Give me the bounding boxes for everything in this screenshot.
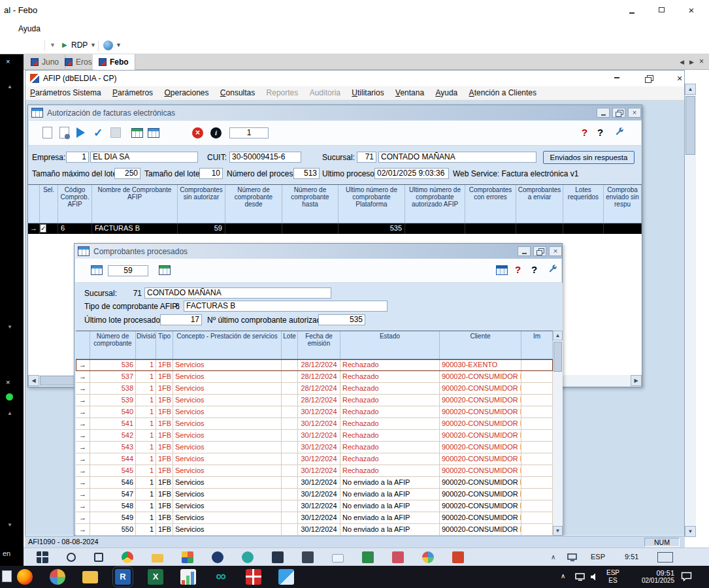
child-minimize-button[interactable] — [518, 246, 531, 256]
taskbar-doc-icon[interactable] — [2, 570, 12, 582]
edge-icon[interactable] — [212, 551, 223, 563]
empresa-code-field[interactable]: 1 — [66, 152, 89, 163]
autorizacion-titlebar[interactable]: Autorización de facturas electrónicas — [28, 105, 642, 120]
comprobantes-titlebar[interactable]: Comprobantes procesados — [74, 244, 562, 259]
minimize-button[interactable] — [618, 0, 646, 20]
cuit-field[interactable]: 30-50009415-6 — [229, 152, 301, 163]
afip-titlebar[interactable]: AFIP (dbELDIA - CP) × — [25, 71, 684, 86]
infinity-app-icon[interactable]: ∞ — [213, 569, 229, 585]
document-properties-icon[interactable] — [59, 127, 69, 139]
task-view-icon[interactable] — [94, 553, 103, 562]
panel-scroll-up-icon[interactable]: ▲ — [7, 84, 12, 90]
afip-minimize-button[interactable] — [608, 72, 625, 84]
remote-clock[interactable]: 9:51 — [625, 553, 638, 561]
comprobante-row[interactable]: →54711FBServicios30/12/2024No enviado a … — [76, 489, 553, 500]
comprobante-row[interactable]: →54011FBServicios30/12/2024Rechazado9000… — [76, 406, 553, 418]
sucursal-code-field[interactable]: 71 — [357, 152, 376, 163]
erp-app-icon[interactable]: R — [115, 569, 131, 585]
export-grid-icon[interactable] — [148, 128, 159, 138]
menu-consultas[interactable]: Consultas — [216, 86, 259, 99]
panel-close-icon-2[interactable]: × — [6, 378, 10, 386]
table-icon[interactable] — [496, 265, 508, 275]
comprobante-row[interactable]: →53611FBServicios28/12/2024Rechazado9000… — [76, 359, 553, 371]
panel-scroll-up-icon-2[interactable]: ▲ — [7, 410, 12, 416]
rdp-label[interactable]: RDP — [71, 41, 88, 50]
panel-close-icon[interactable]: × — [6, 57, 10, 65]
record-counter-field[interactable]: 59 — [108, 265, 148, 276]
scroll-up-icon[interactable]: ▲ — [685, 84, 696, 95]
globe-dropdown-icon[interactable]: ▼ — [116, 42, 122, 48]
afip-close-button[interactable]: × — [671, 72, 688, 84]
checkbox-checked-icon[interactable]: ✓ — [40, 224, 46, 233]
empresa-name-field[interactable]: EL DIA SA — [90, 152, 198, 163]
scroll-thumb[interactable] — [553, 342, 562, 372]
rdp-dropdown-icon[interactable]: ▼ — [90, 42, 96, 48]
tray-volume-icon[interactable] — [590, 572, 599, 581]
file-explorer-icon[interactable] — [82, 571, 98, 583]
tray-chevron-icon[interactable]: ∧ — [551, 553, 555, 561]
tools-icon[interactable] — [614, 127, 625, 137]
comprobante-row[interactable]: →54111FBServicios30/12/2024Rechazado9000… — [76, 418, 553, 430]
mail-icon[interactable] — [332, 554, 344, 563]
scroll-left-icon[interactable]: ◀ — [28, 375, 39, 386]
comprobante-row[interactable]: →53711FBServicios28/12/2024Rechazado9000… — [76, 371, 553, 383]
lote-field[interactable]: 10 — [199, 168, 223, 179]
lote-max-field[interactable]: 250 — [114, 168, 140, 179]
comprobante-row[interactable]: →54411FBServicios30/12/2024Rechazado9000… — [76, 453, 553, 465]
menu-atencion-clientes[interactable]: Atención a Clientes — [465, 86, 541, 99]
grid-app-icon[interactable] — [246, 569, 261, 585]
chart-app-icon[interactable] — [180, 569, 196, 585]
comprobante-row[interactable]: →54511FBServicios30/12/2024Rechazado9000… — [76, 465, 553, 477]
language-indicator[interactable]: ESP ES — [606, 569, 619, 585]
search-icon[interactable] — [67, 553, 76, 562]
comprobante-row[interactable]: →54611FBServicios30/12/2024No enviado a … — [76, 477, 553, 489]
help-context-icon[interactable]: ? — [582, 127, 587, 138]
calendar-icon[interactable] — [362, 551, 374, 563]
help-icon[interactable]: ? — [531, 264, 537, 275]
ultimo-proceso-field[interactable]: 02/01/2025 9:03:36 — [374, 168, 449, 179]
tab-febo[interactable]: Febo — [93, 54, 135, 70]
comprobante-row[interactable]: →54311FBServicios30/12/2024Rechazado9000… — [76, 442, 553, 453]
session-vscrollbar[interactable]: ▲ ▼ — [685, 84, 696, 537]
design-app-icon[interactable] — [50, 569, 65, 585]
enviados-sin-respuesta-button[interactable]: Enviados sin respuesta — [543, 151, 635, 164]
menu-operaciones[interactable]: Operaciones — [159, 86, 213, 99]
comprobante-row[interactable]: →53911FBServicios28/12/2024Rechazado9000… — [76, 395, 553, 406]
comprobante-row[interactable]: →54911FBServicios30/12/2024No enviado a … — [76, 512, 553, 524]
photos-icon[interactable] — [182, 551, 193, 563]
sucursal-name-field[interactable]: CONTADO MAÑANA — [144, 287, 331, 299]
ultimo-comprobante-field[interactable]: 535 — [318, 314, 365, 325]
info-icon[interactable]: i — [210, 127, 222, 139]
connect-icon[interactable]: ▶ — [62, 41, 67, 48]
tray-chevron-icon[interactable]: ∧ — [561, 572, 565, 580]
clock[interactable]: 09:51 02/01/2025 — [626, 569, 674, 585]
chrome-icon[interactable] — [122, 551, 133, 563]
grid-view-icon[interactable] — [159, 265, 171, 275]
camera-app-icon[interactable] — [242, 551, 254, 563]
scroll-down-icon[interactable]: ▼ — [553, 526, 563, 536]
sel-cell[interactable]: ✓ — [40, 223, 58, 234]
menu-ayuda[interactable]: Ayuda — [431, 86, 462, 99]
comprobante-row[interactable]: →54811FBServicios30/12/2024No enviado a … — [76, 500, 553, 512]
comprobante-row[interactable]: →54211FBServicios30/12/2024Rechazado9000… — [76, 430, 553, 442]
child-restore-button[interactable] — [533, 246, 546, 256]
close-button[interactable]: × — [677, 0, 706, 20]
export-grid-icon[interactable] — [91, 265, 103, 275]
menu-utilitarios[interactable]: Utilitarios — [347, 86, 388, 99]
panel-scroll-down-icon[interactable]: ▼ — [7, 324, 12, 330]
panel-scroll-down-icon-2[interactable]: ▼ — [7, 522, 12, 528]
app-icon-red[interactable] — [452, 551, 464, 563]
globe-icon[interactable] — [103, 41, 113, 50]
process-counter-field[interactable]: 1 — [229, 127, 269, 139]
root-titlebar[interactable]: al - Febo × — [0, 0, 709, 20]
run-icon[interactable] — [76, 127, 85, 138]
proceso-field[interactable]: 513 — [293, 168, 320, 179]
child-minimize-button[interactable] — [597, 108, 610, 118]
start-icon[interactable] — [37, 551, 48, 563]
scroll-down-icon[interactable]: ▼ — [685, 526, 696, 537]
app-icon-gray[interactable] — [302, 551, 314, 563]
comprobantes-vscrollbar[interactable]: ▲ ▼ — [553, 331, 563, 536]
maximize-button[interactable] — [647, 0, 676, 20]
tools-icon[interactable] — [548, 264, 558, 274]
cancel-icon[interactable]: × — [192, 127, 203, 139]
